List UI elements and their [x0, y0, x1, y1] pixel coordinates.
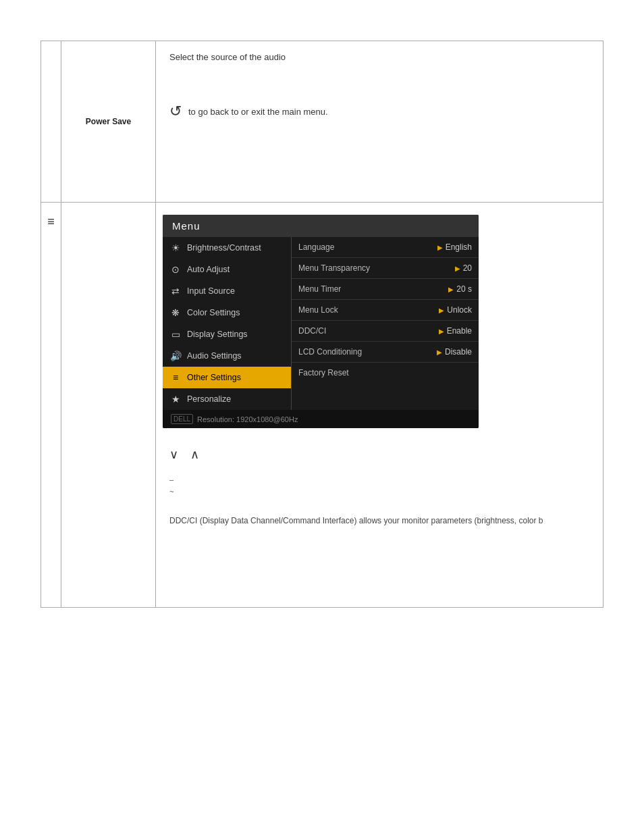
back-text: to go back to or exit the main menu. [188, 107, 328, 117]
bottom-col-main: Menu ☀ Brightness/Contrast ⊙ Auto Adjust… [156, 203, 603, 607]
chevron-down-icon[interactable]: ∨ [169, 447, 178, 462]
ddc-ci-value: Enable [447, 326, 472, 336]
back-arrow-icon: ↺ [169, 103, 182, 120]
right-item-menu-transparency[interactable]: Menu Transparency ▶ 20 [292, 258, 479, 279]
resolution-text: Resolution: 1920x1080@60Hz [197, 415, 298, 423]
bottom-col-narrow: ≡ [41, 203, 61, 607]
top-section: Power Save Select the source of the audi… [41, 41, 603, 203]
power-save-label: Power Save [86, 117, 131, 126]
bottom-col-mid [61, 203, 156, 607]
personalize-label: Personalize [187, 394, 284, 404]
sidebar-item-brightness-contrast[interactable]: ☀ Brightness/Contrast [163, 237, 291, 259]
sidebar-item-input-source[interactable]: ⇄ Input Source [163, 280, 291, 302]
other-settings-icon: ≡ [169, 372, 182, 383]
brightness-icon: ☀ [169, 242, 182, 253]
ddc-ci-description: DDC/CI (Display Data Channel/Command Int… [169, 516, 589, 525]
right-item-factory-reset[interactable]: Factory Reset [292, 363, 479, 383]
ddc-ci-label: DDC/CI [298, 326, 439, 336]
sidebar-item-auto-adjust[interactable]: ⊙ Auto Adjust [163, 259, 291, 280]
right-item-menu-timer[interactable]: Menu Timer ▶ 20 s [292, 279, 479, 300]
input-source-label: Input Source [187, 286, 284, 296]
osd-menu: Menu ☀ Brightness/Contrast ⊙ Auto Adjust… [163, 215, 479, 428]
display-settings-label: Display Settings [187, 330, 284, 339]
right-item-ddc-ci[interactable]: DDC/CI ▶ Enable [292, 321, 479, 342]
audio-settings-label: Audio Settings [187, 351, 284, 361]
menu-timer-arrow-icon: ▶ [448, 286, 454, 293]
menu-lock-value: Unlock [447, 305, 472, 315]
osd-menu-body: ☀ Brightness/Contrast ⊙ Auto Adjust ⇄ In… [163, 237, 479, 410]
brightness-label: Brightness/Contrast [187, 243, 284, 253]
small-note-1: – [169, 475, 589, 484]
language-value: English [446, 242, 472, 252]
lcd-conditioning-arrow-icon: ▶ [437, 348, 442, 356]
menu-timer-value: 20 s [456, 284, 472, 294]
right-item-lcd-conditioning[interactable]: LCD Conditioning ▶ Disable [292, 342, 479, 363]
top-col-mid: Power Save [61, 41, 156, 202]
input-source-icon: ⇄ [169, 286, 182, 296]
sidebar-item-other-settings[interactable]: ≡ Other Settings [163, 367, 291, 388]
auto-adjust-icon: ⊙ [169, 264, 182, 275]
color-settings-label: Color Settings [187, 308, 284, 317]
sidebar-item-personalize[interactable]: ★ Personalize [163, 388, 291, 410]
menu-transparency-value: 20 [463, 263, 472, 273]
personalize-icon: ★ [169, 394, 182, 405]
top-description: Select the source of the audio [169, 52, 589, 62]
osd-right-panel: Language ▶ English Menu Transparency ▶ 2… [291, 237, 479, 410]
bottom-section: ≡ Menu ☀ Brightness/Contrast ⊙ Auto Adju… [41, 203, 603, 608]
osd-footer: DELL Resolution: 1920x1080@60Hz [163, 410, 479, 428]
color-settings-icon: ❋ [169, 307, 182, 318]
menu-icon: ≡ [47, 215, 55, 229]
osd-menu-title: Menu [163, 215, 479, 237]
back-row: ↺ to go back to or exit the main menu. [169, 103, 589, 120]
lcd-conditioning-label: LCD Conditioning [298, 347, 437, 357]
menu-lock-arrow-icon: ▶ [439, 307, 444, 314]
menu-lock-label: Menu Lock [298, 305, 439, 315]
osd-left-panel: ☀ Brightness/Contrast ⊙ Auto Adjust ⇄ In… [163, 237, 291, 410]
below-menu: ∨ ∧ – ~ DDC/CI (Display Data Channel/Com… [156, 434, 603, 525]
top-col-main: Select the source of the audio ↺ to go b… [156, 41, 603, 202]
right-item-language[interactable]: Language ▶ English [292, 237, 479, 258]
auto-adjust-label: Auto Adjust [187, 265, 284, 274]
display-settings-icon: ▭ [169, 329, 182, 340]
sidebar-item-display-settings[interactable]: ▭ Display Settings [163, 323, 291, 345]
language-arrow-icon: ▶ [437, 244, 443, 251]
menu-timer-label: Menu Timer [298, 284, 448, 294]
nav-arrows: ∨ ∧ [169, 447, 589, 462]
top-col-narrow [41, 41, 61, 202]
sidebar-item-audio-settings[interactable]: 🔊 Audio Settings [163, 345, 291, 367]
other-settings-label: Other Settings [187, 373, 284, 382]
lcd-conditioning-value: Disable [445, 347, 472, 357]
audio-settings-icon: 🔊 [169, 350, 182, 361]
menu-transparency-label: Menu Transparency [298, 263, 455, 273]
ddc-ci-arrow-icon: ▶ [439, 328, 444, 335]
right-item-menu-lock[interactable]: Menu Lock ▶ Unlock [292, 300, 479, 321]
dell-logo: DELL [171, 414, 193, 424]
sidebar-item-color-settings[interactable]: ❋ Color Settings [163, 302, 291, 323]
menu-transparency-arrow-icon: ▶ [455, 265, 460, 272]
factory-reset-label: Factory Reset [298, 368, 472, 377]
language-label: Language [298, 242, 437, 252]
chevron-up-icon[interactable]: ∧ [190, 447, 199, 462]
small-note-2: ~ [169, 488, 589, 496]
